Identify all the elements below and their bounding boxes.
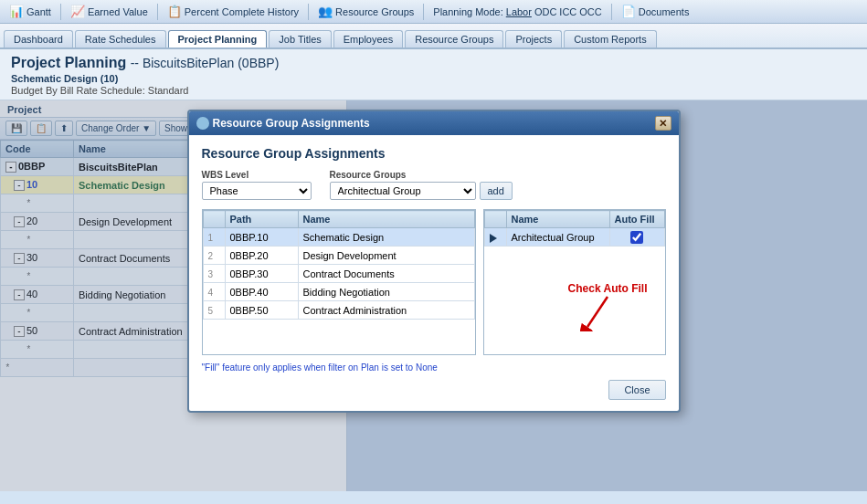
row-path: 0BBP.10 — [225, 228, 298, 247]
doc-icon: 📄 — [621, 5, 636, 18]
tabs-row: Dashboard Rate Schedules Project Plannin… — [0, 24, 867, 49]
tab-projects[interactable]: Projects — [505, 30, 562, 47]
tab-resource-groups[interactable]: Resource Groups — [405, 30, 503, 47]
chart-icon: 📈 — [70, 5, 85, 18]
wbs-filter-group: WBS Level PhaseActivityTask — [202, 170, 312, 200]
toolbar-percent-history[interactable]: 📋 Percent Complete History — [162, 3, 304, 20]
left-grid-area: Path Name 1 0BBP.10 Schematic De — [202, 209, 476, 355]
left-col-icon — [203, 211, 225, 228]
right-row-autofill — [609, 228, 664, 247]
resource-group-select[interactable]: Architectual GroupGroup 2 — [330, 182, 476, 200]
tab-project-planning[interactable]: Project Planning — [168, 30, 268, 47]
tables-row: Path Name 1 0BBP.10 Schematic De — [202, 209, 666, 355]
row-num: 1 — [203, 228, 225, 247]
footer-note: "Fill" feature only applies when filter … — [202, 362, 666, 373]
toolbar-earned-value[interactable]: 📈 Earned Value — [65, 3, 153, 20]
row-path: 0BBP.50 — [225, 301, 298, 320]
page-title: Project Planning -- BiscuitsBitePlan (0B… — [11, 55, 856, 71]
tables-area: Check Auto Fill — [202, 209, 666, 355]
toolbar-gantt[interactable]: 📊 Gantt — [4, 3, 57, 20]
right-col-name: Name — [506, 211, 609, 228]
row-num: 3 — [203, 265, 225, 283]
tab-custom-reports[interactable]: Custom Reports — [564, 30, 656, 47]
modal-dialog: Resource Group Assignments ✕ Resource Gr… — [187, 110, 681, 413]
right-col-autofill: Auto Fill — [609, 211, 664, 228]
table-row[interactable]: 4 0BBP.40 Bidding Negotiation — [203, 283, 474, 301]
top-toolbar: 📊 Gantt 📈 Earned Value 📋 Percent Complet… — [0, 0, 867, 24]
toolbar-resource-groups[interactable]: 👥 Resource Groups — [312, 3, 419, 20]
right-grid-scroll[interactable]: Name Auto Fill Architectual Group — [483, 209, 666, 355]
gantt-icon: 📊 — [9, 5, 24, 18]
separator5 — [611, 4, 612, 20]
main-content: Project 💾 📋 ⬆ Change Order ▼ Show ▼ ↻ Co… — [0, 100, 867, 491]
row-path: 0BBP.20 — [225, 247, 298, 265]
separator2 — [157, 4, 158, 20]
row-num: 4 — [203, 283, 225, 301]
budget-line: Budget By Bill Rate Schedule: Standard — [11, 85, 856, 96]
table-row[interactable]: 3 0BBP.30 Contract Documents — [203, 265, 474, 283]
right-grid-area: Name Auto Fill Architectual Group — [483, 209, 666, 355]
tab-dashboard[interactable]: Dashboard — [4, 30, 73, 47]
modal-titlebar: Resource Group Assignments ✕ — [189, 111, 679, 135]
right-col-icon — [484, 211, 506, 228]
group-icon: 👥 — [318, 5, 333, 18]
left-col-name: Name — [298, 211, 474, 228]
separator3 — [308, 4, 309, 20]
row-name: Bidding Negotiation — [298, 283, 474, 301]
left-modal-grid: Path Name 1 0BBP.10 Schematic De — [203, 210, 475, 320]
row-num: 2 — [203, 247, 225, 265]
page-title-area: Project Planning -- BiscuitsBitePlan (0B… — [0, 49, 867, 100]
separator4 — [423, 4, 424, 20]
tab-employees[interactable]: Employees — [333, 30, 403, 47]
separator — [60, 4, 61, 20]
table-row[interactable]: 2 0BBP.20 Design Development — [203, 247, 474, 265]
resource-group-filter-group: Resource Groups Architectual GroupGroup … — [330, 170, 666, 200]
row-name: Schematic Design — [298, 228, 474, 247]
row-name: Contract Documents — [298, 265, 474, 283]
left-grid-scroll[interactable]: Path Name 1 0BBP.10 Schematic De — [202, 209, 476, 355]
row-name: Contract Administration — [298, 301, 474, 320]
tab-job-titles[interactable]: Job Titles — [269, 30, 331, 47]
auto-fill-checkbox[interactable] — [630, 231, 643, 244]
wbs-select[interactable]: PhaseActivityTask — [202, 182, 312, 200]
resource-group-label: Resource Groups — [330, 170, 666, 180]
modal-title-icon — [196, 117, 209, 130]
modal-overlay: Resource Group Assignments ✕ Resource Gr… — [0, 100, 867, 491]
table-row[interactable]: 5 0BBP.50 Contract Administration — [203, 301, 474, 320]
row-path: 0BBP.30 — [225, 265, 298, 283]
right-modal-grid: Name Auto Fill Architectual Group — [484, 210, 665, 247]
footer-buttons: Close — [202, 380, 666, 400]
row-name: Design Development — [298, 247, 474, 265]
schematic-design-label: Schematic Design (10) — [11, 73, 856, 84]
table-row[interactable]: Architectual Group — [484, 228, 664, 247]
toolbar-documents[interactable]: 📄 Documents — [616, 3, 695, 20]
tab-rate-schedules[interactable]: Rate Schedules — [75, 30, 166, 47]
add-resource-group-button[interactable]: add — [480, 182, 513, 200]
modal-section-title: Resource Group Assignments — [202, 146, 666, 161]
row-num: 5 — [203, 301, 225, 320]
modal-body: Resource Group Assignments WBS Level Pha… — [189, 135, 679, 411]
toolbar-planning-mode: Planning Mode: Labor ODC ICC OCC — [428, 5, 607, 19]
history-icon: 📋 — [167, 5, 182, 18]
right-row-num — [484, 228, 506, 247]
right-row-name: Architectual Group — [506, 228, 609, 247]
wbs-label: WBS Level — [202, 170, 312, 180]
table-row[interactable]: 1 0BBP.10 Schematic Design — [203, 228, 474, 247]
left-col-path: Path — [225, 211, 298, 228]
modal-title: Resource Group Assignments — [196, 117, 370, 130]
expand-triangle-icon — [490, 234, 497, 243]
modal-close-button[interactable]: ✕ — [655, 116, 671, 131]
filter-row: WBS Level PhaseActivityTask Resource Gro… — [202, 170, 666, 200]
row-path: 0BBP.40 — [225, 283, 298, 301]
close-button[interactable]: Close — [608, 380, 665, 400]
